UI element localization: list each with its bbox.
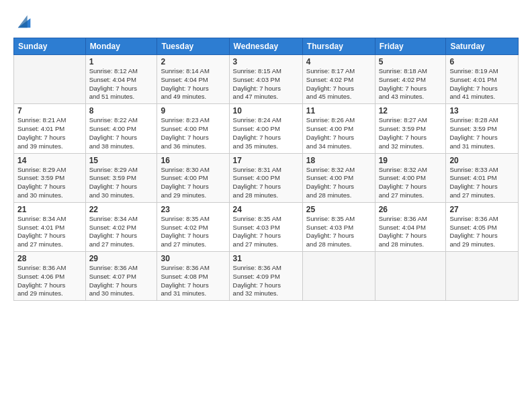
logo [13, 12, 34, 31]
day-info: Sunrise: 8:23 AMSunset: 4:00 PMDaylight:… [161, 116, 225, 150]
calendar-header-saturday: Saturday [446, 38, 519, 55]
calendar-cell: 7Sunrise: 8:21 AMSunset: 4:01 PMDaylight… [14, 104, 86, 153]
day-info: Sunrise: 8:36 AMSunset: 4:05 PMDaylight:… [449, 215, 515, 249]
day-info: Sunrise: 8:36 AMSunset: 4:07 PMDaylight:… [89, 264, 154, 298]
calendar-cell [446, 252, 519, 301]
calendar-header-row: SundayMondayTuesdayWednesdayThursdayFrid… [14, 38, 519, 55]
day-number: 24 [233, 205, 299, 214]
calendar-week-row: 1Sunrise: 8:12 AMSunset: 4:04 PMDaylight… [14, 55, 519, 104]
calendar-header-monday: Monday [85, 38, 157, 55]
day-number: 19 [379, 156, 443, 165]
day-info: Sunrise: 8:35 AMSunset: 4:03 PMDaylight:… [233, 215, 299, 249]
day-info: Sunrise: 8:34 AMSunset: 4:02 PMDaylight:… [89, 215, 154, 249]
calendar-week-row: 21Sunrise: 8:34 AMSunset: 4:01 PMDayligh… [14, 202, 519, 251]
day-number: 27 [449, 205, 515, 214]
calendar-cell: 22Sunrise: 8:34 AMSunset: 4:02 PMDayligh… [85, 202, 157, 251]
calendar-cell: 30Sunrise: 8:36 AMSunset: 4:08 PMDayligh… [157, 252, 229, 301]
day-number: 8 [89, 106, 154, 116]
day-info: Sunrise: 8:21 AMSunset: 4:01 PMDaylight:… [17, 116, 82, 150]
calendar-cell: 23Sunrise: 8:35 AMSunset: 4:02 PMDayligh… [157, 202, 229, 251]
day-number: 5 [379, 57, 443, 66]
day-number: 25 [306, 205, 371, 214]
day-info: Sunrise: 8:29 AMSunset: 3:59 PMDaylight:… [17, 166, 82, 200]
calendar-cell: 21Sunrise: 8:34 AMSunset: 4:01 PMDayligh… [14, 202, 86, 251]
day-number: 22 [89, 205, 154, 214]
calendar-cell: 17Sunrise: 8:31 AMSunset: 4:00 PMDayligh… [229, 153, 302, 202]
day-info: Sunrise: 8:14 AMSunset: 4:04 PMDaylight:… [161, 67, 225, 101]
day-number: 16 [161, 156, 225, 165]
day-info: Sunrise: 8:36 AMSunset: 4:09 PMDaylight:… [233, 264, 299, 298]
day-number: 3 [233, 57, 299, 66]
calendar-week-row: 28Sunrise: 8:36 AMSunset: 4:06 PMDayligh… [14, 252, 519, 301]
day-number: 15 [89, 156, 154, 165]
day-number: 11 [306, 106, 371, 116]
calendar-cell: 18Sunrise: 8:32 AMSunset: 4:00 PMDayligh… [302, 153, 375, 202]
day-number: 2 [161, 57, 225, 66]
day-info: Sunrise: 8:24 AMSunset: 4:00 PMDaylight:… [233, 116, 299, 150]
calendar-cell: 24Sunrise: 8:35 AMSunset: 4:03 PMDayligh… [229, 202, 302, 251]
day-number: 18 [306, 156, 371, 165]
day-number: 23 [161, 205, 225, 214]
day-info: Sunrise: 8:36 AMSunset: 4:04 PMDaylight:… [379, 215, 443, 249]
day-info: Sunrise: 8:18 AMSunset: 4:02 PMDaylight:… [379, 67, 443, 101]
calendar-header-friday: Friday [375, 38, 446, 55]
header [13, 12, 519, 31]
day-number: 31 [233, 254, 299, 263]
calendar-cell: 1Sunrise: 8:12 AMSunset: 4:04 PMDaylight… [85, 55, 157, 104]
calendar-header-wednesday: Wednesday [229, 38, 302, 55]
day-info: Sunrise: 8:26 AMSunset: 4:00 PMDaylight:… [306, 116, 371, 150]
calendar-cell: 15Sunrise: 8:29 AMSunset: 3:59 PMDayligh… [85, 153, 157, 202]
day-number: 14 [17, 156, 82, 165]
calendar-header-thursday: Thursday [302, 38, 375, 55]
day-number: 30 [161, 254, 225, 263]
calendar-cell [302, 252, 375, 301]
calendar-table: SundayMondayTuesdayWednesdayThursdayFrid… [13, 38, 519, 301]
day-number: 28 [17, 254, 82, 263]
calendar-cell: 16Sunrise: 8:30 AMSunset: 4:00 PMDayligh… [157, 153, 229, 202]
calendar-cell: 29Sunrise: 8:36 AMSunset: 4:07 PMDayligh… [85, 252, 157, 301]
calendar-cell: 14Sunrise: 8:29 AMSunset: 3:59 PMDayligh… [14, 153, 86, 202]
calendar-cell: 12Sunrise: 8:27 AMSunset: 3:59 PMDayligh… [375, 104, 446, 153]
calendar-cell: 6Sunrise: 8:19 AMSunset: 4:01 PMDaylight… [446, 55, 519, 104]
day-info: Sunrise: 8:27 AMSunset: 3:59 PMDaylight:… [379, 116, 443, 150]
day-info: Sunrise: 8:22 AMSunset: 4:00 PMDaylight:… [89, 116, 154, 150]
day-number: 12 [379, 106, 443, 116]
day-info: Sunrise: 8:17 AMSunset: 4:02 PMDaylight:… [306, 67, 371, 101]
day-info: Sunrise: 8:34 AMSunset: 4:01 PMDaylight:… [17, 215, 82, 249]
svg-marker-1 [18, 15, 28, 28]
day-number: 6 [449, 57, 515, 66]
calendar-cell: 11Sunrise: 8:26 AMSunset: 4:00 PMDayligh… [302, 104, 375, 153]
calendar-cell: 25Sunrise: 8:35 AMSunset: 4:03 PMDayligh… [302, 202, 375, 251]
logo-icon [15, 12, 34, 31]
day-info: Sunrise: 8:33 AMSunset: 4:01 PMDaylight:… [449, 166, 515, 200]
day-number: 17 [233, 156, 299, 165]
calendar-cell: 2Sunrise: 8:14 AMSunset: 4:04 PMDaylight… [157, 55, 229, 104]
calendar-week-row: 7Sunrise: 8:21 AMSunset: 4:01 PMDaylight… [14, 104, 519, 153]
day-info: Sunrise: 8:35 AMSunset: 4:03 PMDaylight:… [306, 215, 371, 249]
calendar-cell [375, 252, 446, 301]
calendar-cell: 9Sunrise: 8:23 AMSunset: 4:00 PMDaylight… [157, 104, 229, 153]
day-info: Sunrise: 8:32 AMSunset: 4:00 PMDaylight:… [379, 166, 443, 200]
calendar-cell: 3Sunrise: 8:15 AMSunset: 4:03 PMDaylight… [229, 55, 302, 104]
day-number: 21 [17, 205, 82, 214]
calendar-cell: 13Sunrise: 8:28 AMSunset: 3:59 PMDayligh… [446, 104, 519, 153]
calendar-cell [14, 55, 86, 104]
day-info: Sunrise: 8:19 AMSunset: 4:01 PMDaylight:… [449, 67, 515, 101]
day-info: Sunrise: 8:12 AMSunset: 4:04 PMDaylight:… [89, 67, 154, 101]
calendar-cell: 8Sunrise: 8:22 AMSunset: 4:00 PMDaylight… [85, 104, 157, 153]
day-number: 9 [161, 106, 225, 116]
day-info: Sunrise: 8:32 AMSunset: 4:00 PMDaylight:… [306, 166, 371, 200]
calendar-week-row: 14Sunrise: 8:29 AMSunset: 3:59 PMDayligh… [14, 153, 519, 202]
day-info: Sunrise: 8:36 AMSunset: 4:06 PMDaylight:… [17, 264, 82, 298]
calendar-cell: 20Sunrise: 8:33 AMSunset: 4:01 PMDayligh… [446, 153, 519, 202]
calendar-cell: 27Sunrise: 8:36 AMSunset: 4:05 PMDayligh… [446, 202, 519, 251]
calendar-header-sunday: Sunday [14, 38, 86, 55]
day-number: 26 [379, 205, 443, 214]
calendar-cell: 19Sunrise: 8:32 AMSunset: 4:00 PMDayligh… [375, 153, 446, 202]
day-info: Sunrise: 8:29 AMSunset: 3:59 PMDaylight:… [89, 166, 154, 200]
calendar-cell: 28Sunrise: 8:36 AMSunset: 4:06 PMDayligh… [14, 252, 86, 301]
day-number: 20 [449, 156, 515, 165]
calendar-cell: 5Sunrise: 8:18 AMSunset: 4:02 PMDaylight… [375, 55, 446, 104]
calendar-header-tuesday: Tuesday [157, 38, 229, 55]
day-number: 7 [17, 106, 82, 116]
